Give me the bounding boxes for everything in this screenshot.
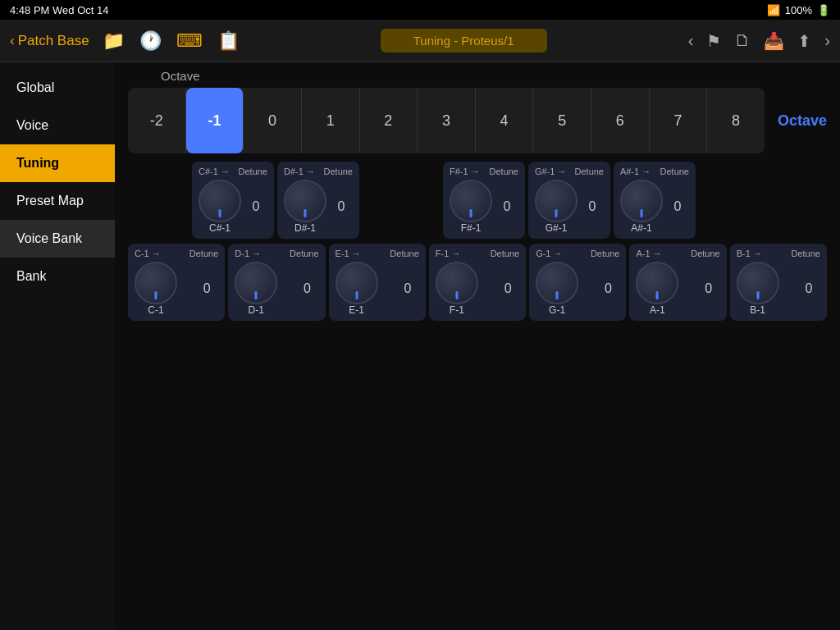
b-1-value: 0 [797, 281, 820, 296]
octave-cell-2[interactable]: 2 [360, 88, 418, 153]
octave-cell-1[interactable]: 1 [302, 88, 360, 153]
cs-1-knob[interactable] [199, 180, 241, 222]
main-layout: Global Voice Tuning Preset Map Voice Ban… [0, 62, 840, 630]
next-button[interactable]: › [824, 31, 830, 50]
as-1-knob-wrapper: A#-1 [620, 180, 663, 234]
note-card-c-1-body: C-1 0 [135, 262, 218, 316]
prev-button[interactable]: ‹ [688, 31, 694, 50]
sidebar-item-global[interactable]: Global [0, 69, 115, 107]
octave-cell-0[interactable]: 0 [244, 88, 302, 153]
note-fs-1-label: F#-1 → [450, 167, 480, 176]
octave-cell-3[interactable]: 3 [418, 88, 476, 153]
copy-icon[interactable]: 🗋 [734, 31, 751, 50]
fs-1-knob-wrapper: F#-1 [450, 180, 492, 234]
fs-1-knob[interactable] [450, 180, 492, 222]
note-g-1-label: G-1 → [536, 249, 562, 258]
as-1-value: 0 [666, 199, 689, 214]
status-time: 4:48 PM Wed Oct 14 [10, 4, 108, 16]
gs-1-knob[interactable] [535, 180, 578, 222]
d-1-knob-wrapper: D-1 [235, 262, 277, 316]
as-1-knob[interactable] [620, 180, 663, 222]
note-card-b-1-body: B-1 0 [737, 262, 820, 316]
notes-section: C#-1 → Detune C#-1 0 [128, 162, 827, 321]
note-card-fs-1: F#-1 → Detune F#-1 0 [443, 162, 525, 239]
back-button[interactable]: ‹ Patch Base [10, 33, 89, 49]
e-1-knob-label: E-1 [349, 304, 364, 316]
keyboard-icon[interactable]: ⌨ [176, 30, 203, 52]
ds-1-value: 0 [330, 199, 353, 214]
note-card-d-1-body: D-1 0 [235, 262, 318, 316]
sidebar-item-voice[interactable]: Voice [0, 107, 115, 144]
nav-right-buttons: ‹ ⚑ 🗋 📥 ⬆ › [688, 31, 830, 51]
note-card-gs-1-header: G#-1 → Detune [535, 167, 604, 176]
clock-icon[interactable]: 🕐 [139, 30, 162, 52]
note-a-1-param: Detune [691, 249, 719, 258]
ds-1-knob[interactable] [284, 180, 326, 222]
note-card-ds-1-header: D#-1 → Detune [284, 167, 353, 176]
b-1-knob-label: B-1 [750, 304, 765, 316]
share-icon[interactable]: ⬆ [797, 31, 811, 51]
g-1-knob[interactable] [536, 262, 578, 304]
b-1-knob[interactable] [737, 262, 779, 304]
flag-icon[interactable]: ⚑ [706, 31, 721, 51]
note-ds-1-param: Detune [324, 167, 353, 176]
a-1-knob-label: A-1 [650, 304, 665, 316]
note-card-d-1: D-1 → Detune D-1 0 [228, 244, 325, 321]
document-icon[interactable]: 📋 [217, 30, 240, 52]
note-fs-1-param: Detune [490, 167, 518, 176]
note-card-cs-1-body: C#-1 0 [199, 180, 267, 234]
f-1-value: 0 [496, 281, 519, 296]
d-1-knob[interactable] [235, 262, 277, 304]
gs-1-knob-wrapper: G#-1 [535, 180, 578, 234]
note-gs-1-label: G#-1 → [535, 167, 567, 176]
note-card-a-1: A-1 → Detune A-1 0 [629, 244, 726, 321]
back-label: Patch Base [18, 33, 89, 49]
sidebar-item-bank[interactable]: Bank [0, 258, 115, 295]
note-d-1-label: D-1 → [235, 249, 261, 258]
note-ds-1-label: D#-1 → [284, 167, 315, 176]
fs-1-knob-label: F#-1 [461, 222, 482, 234]
octave-label-right: Octave [778, 112, 827, 130]
sidebar: Global Voice Tuning Preset Map Voice Ban… [0, 62, 115, 630]
octave-cell-8[interactable]: 8 [707, 88, 765, 153]
f-1-knob[interactable] [436, 262, 478, 304]
note-card-fs-1-body: F#-1 0 [450, 180, 518, 234]
d-1-knob-label: D-1 [249, 304, 264, 316]
gs-1-knob-label: G#-1 [546, 222, 568, 234]
note-card-a-1-body: A-1 0 [636, 262, 719, 316]
nav-title: Tuning - Proteus/1 [381, 29, 547, 52]
paste-icon[interactable]: 📥 [764, 31, 784, 51]
octave-cell-4[interactable]: 4 [476, 88, 534, 153]
content-area: Octave -2 -1 0 1 2 3 4 5 6 7 8 Octave [115, 62, 840, 630]
a-1-knob[interactable] [636, 262, 678, 304]
d-1-value: 0 [296, 281, 319, 296]
cs-1-knob-label: C#-1 [209, 222, 231, 234]
octave-cell-7[interactable]: 7 [650, 88, 708, 153]
c-1-knob[interactable] [135, 262, 177, 304]
note-card-as-1-header: A#-1 → Detune [620, 167, 689, 176]
sharp-notes-row: C#-1 → Detune C#-1 0 [192, 162, 696, 239]
note-d-1-param: Detune [290, 249, 318, 258]
sharp-row-wrapper: C#-1 → Detune C#-1 0 [128, 162, 827, 244]
wifi-icon: 📶 [767, 4, 780, 16]
octave-cell-6[interactable]: 6 [591, 88, 650, 153]
sidebar-item-preset-map[interactable]: Preset Map [0, 182, 115, 220]
e-1-value: 0 [396, 281, 419, 296]
note-as-1-label: A#-1 → [620, 167, 651, 176]
note-card-e-1: E-1 → Detune E-1 0 [329, 244, 426, 321]
nav-title-area: Tuning - Proteus/1 [240, 29, 688, 52]
note-card-gs-1-body: G#-1 0 [535, 180, 604, 234]
octave-cell--1[interactable]: -1 [186, 88, 244, 153]
sidebar-item-voice-bank[interactable]: Voice Bank [0, 220, 115, 258]
b-1-knob-wrapper: B-1 [737, 262, 779, 316]
sidebar-item-tuning[interactable]: Tuning [0, 144, 115, 182]
nav-bar: ‹ Patch Base 📁 🕐 ⌨ 📋 Tuning - Proteus/1 … [0, 20, 840, 62]
octave-cell--2[interactable]: -2 [128, 88, 186, 153]
folder-icon[interactable]: 📁 [103, 30, 125, 52]
fs-1-value: 0 [495, 199, 518, 214]
cs-1-knob-wrapper: C#-1 [199, 180, 241, 234]
octave-cell-5[interactable]: 5 [533, 88, 591, 153]
e-1-knob[interactable] [336, 262, 378, 304]
note-card-c-1: C-1 → Detune C-1 0 [128, 244, 225, 321]
note-card-as-1: A#-1 → Detune A#-1 0 [614, 162, 696, 239]
